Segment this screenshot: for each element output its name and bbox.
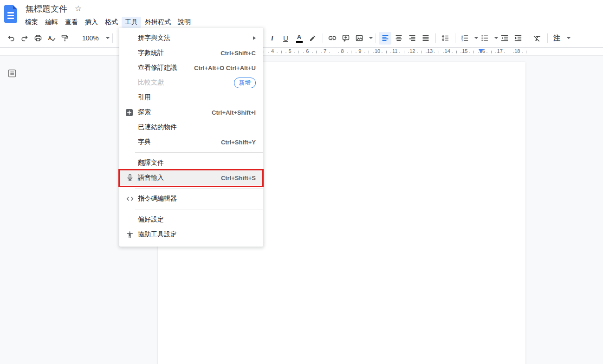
ruler-tick <box>522 52 523 53</box>
ruler-number: 18 <box>514 48 520 54</box>
ruler[interactable]: 456789101112131415161718 <box>0 48 603 56</box>
text-color-button[interactable]: A <box>293 32 305 45</box>
numbered-list-button[interactable]: 123 <box>458 32 471 45</box>
ruler-tick <box>382 52 383 53</box>
menubar-item-tools[interactable]: 工具 <box>122 17 141 28</box>
insert-image-dropdown-arrow[interactable] <box>369 37 373 39</box>
ruler-tick <box>321 52 322 53</box>
menu-item-accessibility-settings[interactable]: 協助工具設定 <box>119 227 263 242</box>
menubar-item-help[interactable]: 說明 <box>175 17 194 28</box>
menu-item-shortcut: Ctrl+Shift+C <box>220 50 256 57</box>
ruler-tick <box>426 52 427 53</box>
menubar-item-edit[interactable]: 編輯 <box>42 17 61 28</box>
zoom-select-dropdown-arrow[interactable] <box>106 37 110 39</box>
document-title[interactable]: 無標題文件 <box>26 3 67 14</box>
phonetic-annotation-dropdown-arrow[interactable] <box>567 37 571 39</box>
phonetic-annotation-button[interactable]: 注 <box>551 32 563 45</box>
insert-link-button[interactable] <box>326 32 338 45</box>
ruler-tick <box>298 51 299 53</box>
menu-item-right: Ctrl+Shift+S <box>221 175 256 182</box>
clear-formatting-button[interactable] <box>531 32 544 45</box>
increase-indent-button[interactable] <box>512 32 524 45</box>
spell-check-button[interactable]: A <box>45 32 58 45</box>
star-icon[interactable]: ☆ <box>75 4 82 13</box>
toolbar-left-group: A100%一般 <box>5 29 137 47</box>
numbered-list-dropdown-arrow[interactable] <box>474 37 478 39</box>
print-icon <box>34 34 42 42</box>
ruler-tick <box>469 52 470 53</box>
code-icon <box>126 195 138 203</box>
menu-item-script-editor[interactable]: 指令碼編輯器 <box>119 191 263 206</box>
menu-item-word-count[interactable]: 字數統計Ctrl+Shift+C <box>119 46 263 60</box>
menubar-item-file[interactable]: 檔案 <box>22 17 41 28</box>
menu-item-voice-typing[interactable]: 語音輸入Ctrl+Shift+S <box>119 170 263 185</box>
menubar-item-view[interactable]: 查看 <box>62 17 81 28</box>
text-color-icon: A <box>296 34 303 43</box>
menu-item-review-suggested-edits[interactable]: 查看修訂建議Ctrl+Alt+O Ctrl+Alt+U <box>119 60 263 75</box>
ruler-tick <box>264 51 264 53</box>
menu-item-shortcut: Ctrl+Alt+Shift+I <box>212 109 256 116</box>
menu-section: 指令碼編輯器 <box>119 188 263 209</box>
ruler-tick <box>456 51 457 53</box>
ruler-tick <box>434 52 435 53</box>
menu-section: 偏好設定協助工具設定 <box>119 209 263 245</box>
align-right-button[interactable] <box>406 32 418 45</box>
toolbar-divider <box>323 33 323 43</box>
line-spacing-button[interactable] <box>439 32 451 45</box>
ruler-tick <box>417 52 418 53</box>
ruler-tick <box>312 52 313 53</box>
align-left-button[interactable] <box>379 32 391 45</box>
ruler-tick <box>452 52 453 53</box>
italic-button[interactable]: I <box>266 32 279 45</box>
menu-item-citations[interactable]: 引用 <box>119 90 263 105</box>
right-indent-marker[interactable] <box>479 49 483 53</box>
ruler-tick <box>268 52 269 53</box>
menubar-item-addons[interactable]: 外掛程式 <box>142 17 174 28</box>
show-outline-button[interactable] <box>6 68 18 79</box>
undo-button[interactable] <box>5 32 17 45</box>
toolbar-divider <box>455 33 455 43</box>
menu-item-translate-document[interactable]: 翻譯文件 <box>119 156 263 170</box>
align-center-button[interactable] <box>392 32 405 45</box>
decrease-indent-icon <box>500 34 509 42</box>
ruler-number: 8 <box>341 48 344 54</box>
svg-text:3: 3 <box>461 39 463 42</box>
bullet-list-button[interactable] <box>478 32 491 45</box>
paint-format-icon <box>61 34 69 42</box>
menubar-item-format[interactable]: 格式 <box>102 17 121 28</box>
italic-icon: I <box>271 34 274 42</box>
ruler-tick <box>285 52 286 53</box>
ruler-number: 11 <box>392 48 397 54</box>
menu-item-explore[interactable]: 探索Ctrl+Alt+Shift+I <box>119 105 263 120</box>
ruler-number: 4 <box>271 48 274 54</box>
menubar-item-insert[interactable]: 插入 <box>82 17 101 28</box>
docs-logo-icon[interactable] <box>4 5 17 23</box>
menu-item-dictionary[interactable]: 字典Ctrl+Shift+Y <box>119 135 263 150</box>
insert-image-button[interactable] <box>353 32 365 45</box>
ruler-tick <box>303 52 304 53</box>
ruler-tick <box>281 51 282 53</box>
menu-item-shortcut: Ctrl+Shift+S <box>221 175 256 182</box>
mic-icon <box>126 174 138 182</box>
decrease-indent-button[interactable] <box>498 32 511 45</box>
highlight-color-button[interactable] <box>306 32 319 45</box>
justify-button[interactable] <box>419 32 432 45</box>
menu-item-preferences[interactable]: 偏好設定 <box>119 212 263 227</box>
tools-menu: 拼字與文法字數統計Ctrl+Shift+C查看修訂建議Ctrl+Alt+O Ct… <box>119 28 263 247</box>
menu-item-right: Ctrl+Alt+O Ctrl+Alt+U <box>194 65 256 72</box>
menu-item-label: 比較文獻 <box>138 78 164 87</box>
bullet-list-dropdown-arrow[interactable] <box>494 37 498 39</box>
toolbar-divider <box>435 33 436 43</box>
print-button[interactable] <box>32 32 44 45</box>
ruler-tick <box>334 51 334 53</box>
paint-format-button[interactable] <box>58 32 71 45</box>
underline-button[interactable]: U <box>279 32 292 45</box>
align-center-icon <box>395 34 403 42</box>
menu-item-label: 語音輸入 <box>138 174 164 182</box>
zoom-select[interactable]: 100% <box>78 34 103 42</box>
insert-comment-button[interactable] <box>339 32 352 45</box>
menu-item-label: 指令碼編輯器 <box>138 195 177 203</box>
menu-item-spelling-and-grammar[interactable]: 拼字與文法 <box>119 31 263 46</box>
menu-item-linked-objects[interactable]: 已連結的物件 <box>119 120 263 135</box>
redo-button[interactable] <box>18 32 31 45</box>
